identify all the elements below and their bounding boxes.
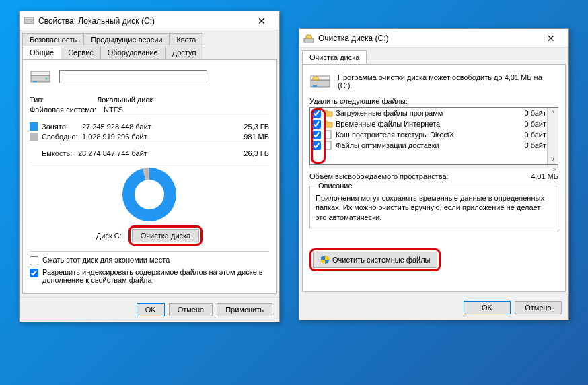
used-label: Занято: <box>42 123 82 131</box>
free-swatch-icon <box>30 133 38 141</box>
file-size: 0 байт <box>524 131 546 139</box>
type-label: Тип: <box>30 96 97 104</box>
free-gb: 981 МБ <box>229 133 269 141</box>
file-name: Кэш построителя текстуры DirectX <box>336 131 524 139</box>
folder-icon <box>324 108 333 118</box>
capacity-gb: 26,3 ГБ <box>229 149 269 158</box>
ok-button[interactable]: OK <box>464 301 511 314</box>
cancel-button[interactable]: Отмена <box>169 303 213 316</box>
dialog-footer: OK Отмена <box>299 295 568 320</box>
svg-rect-1 <box>24 18 34 20</box>
freed-label: Объем высвобождаемого пространства: <box>309 172 531 180</box>
compress-checkbox[interactable] <box>30 256 38 265</box>
file-icon <box>324 141 333 150</box>
shield-icon <box>320 255 330 265</box>
file-size: 0 байт <box>524 120 546 128</box>
titlebar[interactable]: Очистка диска (C:) ✕ <box>299 29 568 48</box>
ok-button[interactable]: OK <box>137 303 165 316</box>
description-text: Приложения могут сохранять временные дан… <box>316 193 552 222</box>
general-panel: Тип:Локальный диск Файловая система:NTFS… <box>22 59 277 294</box>
type-value: Локальный диск <box>97 96 269 104</box>
file-checkbox[interactable] <box>312 120 321 129</box>
dialog-footer: OK Отмена Применить <box>20 297 279 322</box>
tab-cleanup[interactable]: Очистка диска <box>302 50 367 64</box>
tabs-row-2: Общие Сервис Оборудование Доступ <box>20 46 279 59</box>
disk-caption: Диск C: <box>96 232 122 240</box>
used-swatch-icon <box>30 123 38 131</box>
delete-files-label: Удалить следующие файлы: <box>309 97 558 105</box>
sysfiles-highlight: Очистить системные файлы <box>309 248 441 271</box>
svg-rect-6 <box>33 81 37 82</box>
scroll-up-icon[interactable]: ^ <box>548 108 558 118</box>
svg-point-5 <box>46 78 48 80</box>
file-name: Загруженные файлы программ <box>336 109 524 117</box>
sys-btn-label: Очистить системные файлы <box>332 256 430 264</box>
close-button[interactable]: ✕ <box>248 11 275 30</box>
free-bytes: 1 028 919 296 байт <box>82 133 229 141</box>
scroll-down-icon[interactable]: v <box>548 153 558 164</box>
svg-point-2 <box>31 21 32 22</box>
index-label: Разрешить индексировать содержимое файло… <box>42 268 269 284</box>
list-item: Загруженные файлы программ 0 байт <box>310 108 558 118</box>
capacity-bytes: 28 274 847 744 байт <box>78 149 229 158</box>
disk-cleanup-window: Очистка диска (C:) ✕ Очистка диска Прогр… <box>299 28 569 320</box>
file-size: 0 байт <box>524 141 546 149</box>
fs-label: Файловая система: <box>30 106 104 114</box>
tab-security[interactable]: Безопасность <box>22 33 84 46</box>
file-checkbox[interactable] <box>312 109 321 118</box>
list-item: Временные файлы Интернета 0 байт <box>310 118 558 129</box>
cleanup-highlight: Очистка диска <box>128 225 203 246</box>
freed-value: 4,01 МБ <box>531 172 558 180</box>
fs-value: NTFS <box>104 106 269 114</box>
tab-quota[interactable]: Квота <box>169 33 203 46</box>
svg-rect-4 <box>31 71 50 75</box>
svg-rect-7 <box>304 38 314 42</box>
compress-label: Сжать этот диск для экономии места <box>42 256 170 264</box>
file-checkbox[interactable] <box>312 141 321 150</box>
close-button[interactable]: ✕ <box>538 29 564 47</box>
description-fieldset: Описание Приложения могут сохранять врем… <box>309 186 558 228</box>
file-list[interactable]: Загруженные файлы программ 0 байт Времен… <box>309 107 558 165</box>
window-title: Свойства: Локальный диск (C:) <box>38 16 248 26</box>
tab-tools[interactable]: Сервис <box>61 46 101 59</box>
drive-cleanup-icon <box>309 73 331 90</box>
used-gb: 25,3 ГБ <box>229 123 269 131</box>
scrollbar[interactable]: ^ v <box>547 108 558 164</box>
tab-general[interactable]: Общие <box>22 46 61 59</box>
tabs: Очистка диска <box>299 48 568 64</box>
cancel-button[interactable]: Отмена <box>515 301 562 314</box>
usage-donut-icon <box>122 168 176 221</box>
tabs-row-1: Безопасность Предыдущие версии Квота <box>20 30 279 46</box>
svg-rect-10 <box>313 85 317 87</box>
free-label: Свободно: <box>42 133 82 141</box>
tab-previous-versions[interactable]: Предыдущие версии <box>83 33 170 46</box>
cleanup-panel: Программа очистки диска может освободить… <box>302 64 566 292</box>
disk-name-input[interactable] <box>59 70 207 83</box>
folder-icon <box>324 119 333 129</box>
clean-system-files-button[interactable]: Очистить системные файлы <box>313 252 437 268</box>
cleanup-icon <box>303 33 314 44</box>
capacity-label: Емкость: <box>30 149 78 158</box>
drive-icon <box>30 69 51 85</box>
tab-hardware[interactable]: Оборудование <box>100 46 166 59</box>
drive-small-icon <box>24 15 34 26</box>
properties-window: Свойства: Локальный диск (C:) ✕ Безопасн… <box>19 11 280 322</box>
file-size: 0 байт <box>524 109 546 117</box>
apply-button[interactable]: Применить <box>217 303 272 316</box>
index-checkbox[interactable] <box>30 269 38 277</box>
list-item: Кэш построителя текстуры DirectX 0 байт <box>310 129 558 140</box>
description-legend: Описание <box>316 182 355 190</box>
tab-sharing[interactable]: Доступ <box>165 46 204 59</box>
used-bytes: 27 245 928 448 байт <box>82 123 229 131</box>
titlebar[interactable]: Свойства: Локальный диск (C:) ✕ <box>20 11 279 30</box>
file-name: Временные файлы Интернета <box>336 120 524 128</box>
cleanup-summary: Программа очистки диска может освободить… <box>338 73 558 90</box>
file-name: Файлы оптимизации доставки <box>336 141 524 149</box>
file-icon <box>324 130 333 139</box>
list-item: Файлы оптимизации доставки 0 байт <box>310 140 558 151</box>
file-checkbox[interactable] <box>312 131 321 139</box>
disk-cleanup-button[interactable]: Очистка диска <box>132 229 199 242</box>
window-title: Очистка диска (C:) <box>318 34 538 43</box>
